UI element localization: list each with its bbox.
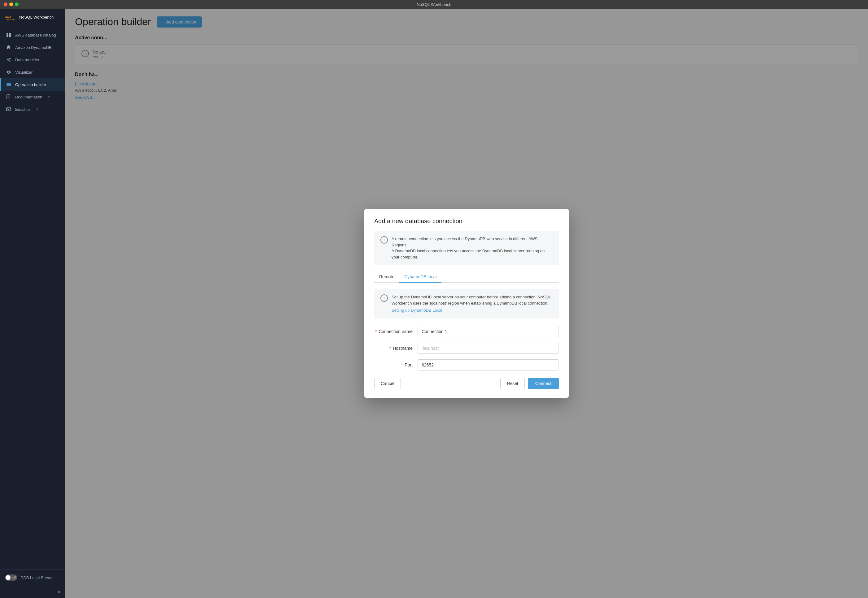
sidebar-item-email-us[interactable]: Email us ↗ (0, 103, 65, 115)
sidebar-bottom: off DDB Local Server (0, 569, 65, 586)
svg-point-5 (7, 59, 8, 60)
modal-footer: Cancel Reset Connect (374, 378, 559, 389)
titlebar: NoSQL Workbench (0, 0, 868, 9)
svg-rect-18 (6, 108, 11, 111)
hostname-label: * Hostname (374, 346, 418, 351)
tab-remote[interactable]: Remote (374, 271, 399, 283)
sidebar-brand-text: NoSQL Workbench (19, 15, 54, 20)
modal-info-box: i A remote connection lets you access th… (374, 231, 559, 265)
modeler-icon (6, 57, 12, 63)
svg-text:aws: aws (5, 15, 11, 19)
hostname-input[interactable] (418, 342, 559, 354)
svg-rect-3 (6, 35, 8, 37)
sidebar-item-label: Operation builder (15, 82, 46, 87)
footer-right: Reset Connect (500, 378, 559, 389)
main-content: Operation builder + Add connection Activ… (65, 9, 868, 598)
modal-info-text: A remote connection lets you access the … (391, 236, 553, 260)
tab-dynamodb-local[interactable]: DynamoDB local (399, 271, 441, 283)
toggle-off-label: off (12, 576, 16, 579)
svg-rect-2 (9, 33, 11, 35)
connection-form: * Connection name * Hostname (374, 326, 559, 371)
sidebar-item-operation-builder[interactable]: Operation builder (0, 78, 65, 91)
sidebar-nav: AWS database catalog Amazon DynamoDB Dat… (0, 26, 65, 569)
modal-title: Add a new database connection (374, 218, 559, 225)
modal-tabs: Remote DynamoDB local (374, 271, 559, 283)
port-row: * Port (374, 359, 559, 371)
modal-info-line2: A DynamoDB local connection lets you acc… (391, 248, 544, 259)
setup-link[interactable]: Setting up DynamoDB Local (391, 307, 553, 314)
connection-name-row: * Connection name (374, 326, 559, 337)
svg-rect-12 (6, 84, 11, 85)
maximize-button[interactable] (15, 3, 19, 6)
setup-info-box: i Set up the DynamoDB local server on yo… (374, 289, 559, 318)
port-input[interactable] (418, 359, 559, 371)
sidebar-item-label: Email us (15, 107, 31, 112)
doc-icon (6, 94, 12, 100)
svg-rect-13 (6, 85, 11, 86)
modal-overlay: Add a new database connection i A remote… (65, 9, 868, 598)
port-label: * Port (374, 362, 418, 368)
svg-line-9 (8, 60, 9, 61)
svg-point-7 (9, 60, 10, 61)
sidebar-item-label: Documentation (15, 95, 42, 99)
setup-info-line2: Workbench uses the 'localhost' region wh… (391, 301, 548, 305)
sidebar-item-visualizer[interactable]: Visualizer (0, 66, 65, 78)
external-link-icon: ↗ (36, 108, 38, 111)
cancel-button[interactable]: Cancel (374, 378, 401, 389)
grid-icon (6, 32, 12, 38)
svg-rect-11 (6, 83, 11, 84)
setup-info-text: Set up the DynamoDB local server on your… (391, 294, 553, 314)
titlebar-title: NoSQL Workbench (417, 2, 451, 7)
svg-rect-4 (9, 35, 11, 37)
app-body: aws NoSQL Workbench AWS database catalog… (0, 9, 868, 598)
modal-info-icon: i (381, 236, 388, 244)
titlebar-controls (4, 3, 19, 6)
sidebar-item-label: Data modeler (15, 58, 39, 62)
sidebar-brand: aws NoSQL Workbench (0, 9, 65, 26)
required-star-2: * (390, 346, 391, 351)
svg-point-10 (8, 72, 10, 73)
setup-info-line1: Set up the DynamoDB local server on your… (391, 295, 551, 299)
connection-name-input[interactable] (418, 326, 559, 337)
required-star: * (375, 329, 377, 334)
sidebar: aws NoSQL Workbench AWS database catalog… (0, 9, 65, 598)
sidebar-item-label: Visualizer (15, 70, 33, 75)
sidebar-collapse[interactable]: « (0, 586, 65, 598)
eye-icon (6, 69, 12, 75)
toggle-knob (6, 575, 10, 580)
list-icon (6, 82, 12, 87)
collapse-icon[interactable]: « (58, 589, 60, 594)
mail-icon (6, 106, 12, 112)
required-star-3: * (401, 362, 403, 368)
aws-logo-icon: aws (5, 13, 16, 21)
sidebar-item-label: AWS database catalog (15, 33, 56, 37)
svg-line-8 (8, 59, 9, 60)
ddb-local-label: DDB Local Server (21, 576, 52, 580)
reset-button[interactable]: Reset (500, 378, 525, 389)
ddb-local-toggle[interactable]: off (5, 574, 17, 581)
external-link-icon: ↗ (47, 95, 50, 99)
connect-button[interactable]: Connect (528, 378, 559, 389)
home-icon (6, 45, 12, 50)
sidebar-item-label: Amazon DynamoDB (15, 45, 52, 50)
svg-rect-1 (6, 33, 8, 35)
sidebar-item-documentation[interactable]: Documentation ↗ (0, 91, 65, 103)
sidebar-item-aws-catalog[interactable]: AWS database catalog (0, 29, 65, 41)
modal-dialog: Add a new database connection i A remote… (364, 209, 569, 398)
setup-info-icon: i (381, 295, 388, 302)
sidebar-item-dynamodb[interactable]: Amazon DynamoDB (0, 41, 65, 54)
modal-info-line1: A remote connection lets you access the … (391, 236, 537, 247)
svg-point-6 (9, 58, 10, 59)
hostname-row: * Hostname (374, 342, 559, 354)
minimize-button[interactable] (9, 3, 13, 6)
close-button[interactable] (4, 3, 7, 6)
sidebar-item-data-modeler[interactable]: Data modeler (0, 54, 65, 66)
connection-name-label: * Connection name (374, 329, 418, 334)
